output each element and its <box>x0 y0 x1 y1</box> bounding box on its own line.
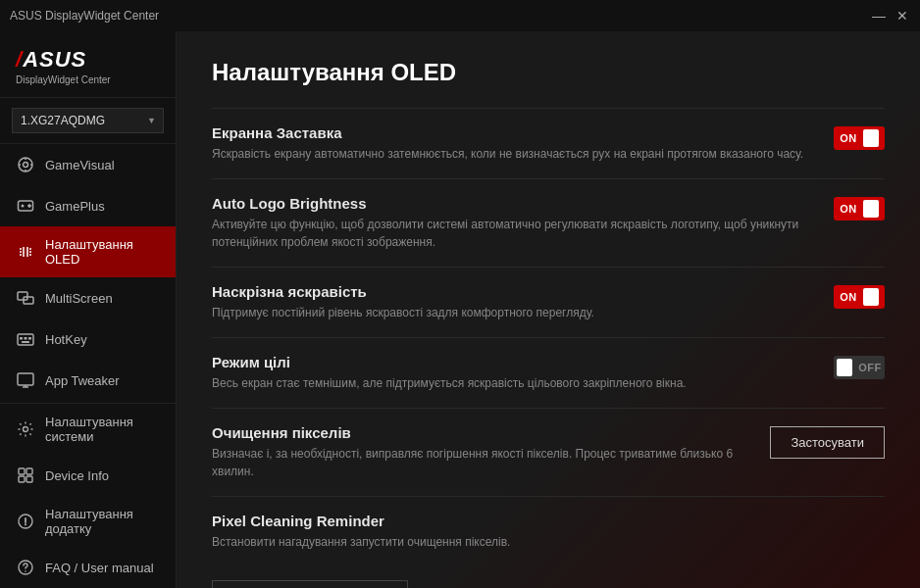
svg-point-2 <box>22 205 25 208</box>
setting-pixel-reminder: Pixel Cleaning Reminder Встановити нагад… <box>212 496 885 588</box>
toggle-label: ON <box>840 291 857 303</box>
sidebar-item-gameplus-label: GamePlus <box>45 199 105 214</box>
toggle-knob <box>837 359 852 376</box>
logo-text: ASUS <box>23 47 86 72</box>
sidebar-item-multiscreen[interactable]: MultiScreen <box>0 277 176 318</box>
svg-rect-3 <box>18 292 27 300</box>
toggle-inner: ON <box>840 129 879 147</box>
toggle-label: ON <box>840 132 857 144</box>
setting-brightness-text: Наскрізна яскравість Підтримує постійний… <box>212 283 814 321</box>
setting-brightness-title: Наскрізна яскравість <box>212 283 814 300</box>
setting-aim-mode-text: Режим цілі Весь екран стає темнішим, але… <box>212 354 814 392</box>
titlebar-title: ASUS DisplayWidget Center <box>10 9 159 23</box>
toggle-knob <box>863 288 879 306</box>
nav-items: GameVisual GamePlus Нала <box>0 144 176 403</box>
sidebar-item-deviceinfo[interactable]: Device Info <box>0 455 176 496</box>
svg-rect-7 <box>25 337 27 340</box>
svg-rect-6 <box>20 337 23 340</box>
sidebar-item-syssettings-label: Налаштування системи <box>45 415 160 444</box>
multiscreen-icon <box>16 288 35 308</box>
setting-pixel-clean-desc: Визначає і, за необхідності, виправляє п… <box>212 445 750 480</box>
setting-brightness: Наскрізна яскравість Підтримує постійний… <box>212 267 885 337</box>
sidebar-item-faq[interactable]: FAQ / User manual <box>0 547 176 588</box>
setting-aim-mode-title: Режим цілі <box>212 354 814 370</box>
sidebar-item-syssettings[interactable]: Налаштування системи <box>0 404 176 455</box>
setting-aim-mode-desc: Весь екран стає темнішим, але підтримуєт… <box>212 374 814 392</box>
setting-pixel-reminder-desc: Встановити нагадування запустити очищенн… <box>212 533 510 551</box>
svg-rect-11 <box>19 468 25 474</box>
sidebar: /ASUS DisplayWidget Center 1.XG27AQDMG G… <box>0 31 177 588</box>
brightness-toggle[interactable]: ON <box>834 285 885 309</box>
addonsettings-icon <box>16 512 35 531</box>
gamevisual-icon <box>16 155 35 174</box>
oled-icon <box>16 242 35 262</box>
setting-pixel-clean: Очищення пікселів Визначає і, за необхід… <box>212 408 885 496</box>
svg-rect-14 <box>26 476 32 482</box>
setting-aim-mode: Режим цілі Весь екран стає темнішим, але… <box>212 337 885 408</box>
toggle-knob <box>863 200 879 218</box>
asus-logo: /ASUS <box>16 47 160 73</box>
close-button[interactable]: ✕ <box>894 8 910 24</box>
sidebar-item-gamevisual[interactable]: GameVisual <box>0 144 176 185</box>
setting-screensaver-desc: Яскравість екрану автоматично затемнюєть… <box>212 145 814 163</box>
titlebar-controls: — ✕ <box>871 8 910 24</box>
setting-aim-mode-control: OFF <box>834 356 885 379</box>
svg-rect-10 <box>18 373 33 385</box>
sidebar-item-addonsettings[interactable]: Налаштування додатку <box>0 496 176 547</box>
minimize-button[interactable]: — <box>871 8 887 24</box>
monitor-select-input[interactable]: 1.XG27AQDMG <box>12 108 164 133</box>
sidebar-item-apptweaker[interactable]: App Tweaker <box>0 360 176 401</box>
screensaver-toggle[interactable]: ON <box>834 126 885 150</box>
sidebar-item-gamevisual-label: GameVisual <box>45 158 115 172</box>
setting-pixel-reminder-title: Pixel Cleaning Reminder <box>212 513 510 529</box>
setting-pixel-reminder-text: Pixel Cleaning Reminder Встановити нагад… <box>212 513 510 551</box>
setting-pixel-clean-title: Очищення пікселів <box>212 424 750 441</box>
sidebar-item-multiscreen-label: MultiScreen <box>45 291 113 306</box>
setting-screensaver-text: Екранна Заставка Яскравість екрану автом… <box>212 124 814 163</box>
page-title: Налаштування OLED <box>212 59 885 86</box>
sidebar-item-oled-label: Налаштування OLED <box>45 237 160 267</box>
setting-pixel-clean-control: Застосувати <box>770 426 885 459</box>
sidebar-item-deviceinfo-label: Device Info <box>45 468 109 483</box>
svg-rect-9 <box>22 341 29 343</box>
logo-area: /ASUS DisplayWidget Center <box>0 31 176 98</box>
svg-rect-13 <box>19 476 25 482</box>
toggle-inner: ON <box>840 288 879 306</box>
svg-point-0 <box>24 163 28 168</box>
toggle-inner: OFF <box>837 359 882 376</box>
setting-auto-logo-title: Auto Logo Brightness <box>212 195 814 212</box>
logo-subtitle: DisplayWidget Center <box>16 74 160 85</box>
setting-brightness-control: ON <box>834 285 885 309</box>
app-body: /ASUS DisplayWidget Center 1.XG27AQDMG G… <box>0 31 920 588</box>
setting-pixel-clean-text: Очищення пікселів Визначає і, за необхід… <box>212 424 750 480</box>
hotkey-icon <box>16 329 35 349</box>
sidebar-item-apptweaker-label: App Tweaker <box>45 373 120 388</box>
setting-auto-logo-text: Auto Logo Brightness Активуйте цю функці… <box>212 195 814 251</box>
setting-auto-logo-control: ON <box>834 197 885 220</box>
deviceinfo-icon <box>16 466 35 485</box>
monitor-selector[interactable]: 1.XG27AQDMG <box>0 98 176 144</box>
sidebar-item-gameplus[interactable]: GamePlus <box>0 185 176 226</box>
titlebar: ASUS DisplayWidget Center — ✕ <box>0 0 920 31</box>
sidebar-item-hotkey[interactable]: HotKey <box>0 318 176 360</box>
pixel-reminder-select[interactable]: 1 година 2 години 4 години 8 годин 12 го… <box>212 580 408 588</box>
sidebar-item-oled[interactable]: Налаштування OLED <box>0 226 176 277</box>
pixel-clean-apply-button[interactable]: Застосувати <box>770 426 885 459</box>
auto-logo-toggle[interactable]: ON <box>834 197 885 220</box>
apptweaker-icon <box>16 370 35 390</box>
sidebar-item-faq-label: FAQ / User manual <box>45 561 154 575</box>
sidebar-item-hotkey-label: HotKey <box>45 332 87 347</box>
aim-mode-toggle[interactable]: OFF <box>834 356 885 379</box>
sidebar-item-addonsettings-label: Налаштування додатку <box>45 507 160 536</box>
toggle-label: OFF <box>858 362 882 373</box>
setting-auto-logo: Auto Logo Brightness Активуйте цю функці… <box>212 178 885 267</box>
main-content: Налаштування OLED Екранна Заставка Яскра… <box>177 31 920 588</box>
svg-rect-8 <box>28 337 31 340</box>
toggle-knob <box>863 129 879 147</box>
setting-brightness-desc: Підтримує постійний рівень яскравості за… <box>212 304 814 321</box>
gameplus-icon <box>16 196 35 216</box>
pixel-reminder-select-wrap[interactable]: 1 година 2 години 4 години 8 годин 12 го… <box>212 580 408 588</box>
syssettings-icon <box>16 419 35 439</box>
sidebar-bottom: Налаштування системи Device Info <box>0 403 176 588</box>
svg-point-17 <box>25 570 26 572</box>
